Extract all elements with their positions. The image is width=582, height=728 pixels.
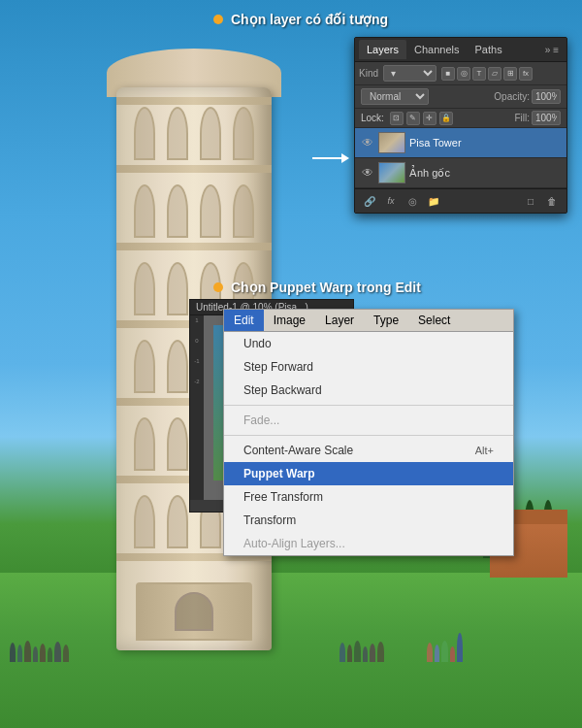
- layers-bottom-bar: 🔗 fx ◎ 📁 □ 🗑: [355, 188, 566, 213]
- menu-item-step-backward[interactable]: Step Backward: [224, 379, 513, 402]
- opacity-input[interactable]: [532, 89, 561, 104]
- menu-item-transform[interactable]: Transform: [224, 509, 513, 532]
- layer-pointer-arrow: [312, 153, 349, 163]
- tab-layers[interactable]: Layers: [359, 40, 406, 59]
- lock-fill-row: Lock: ⊡ ✎ ✛ 🔒 Fill:: [355, 109, 566, 128]
- link-layers-icon[interactable]: 🔗: [361, 193, 378, 209]
- tab-paths[interactable]: Paths: [468, 40, 510, 59]
- menu-item-step-forward[interactable]: Step Forward: [224, 355, 513, 379]
- menu-item-transform-label: Transform: [243, 513, 296, 527]
- menubar-layer[interactable]: Layer: [315, 310, 364, 331]
- menu-item-fade: Fade...: [224, 409, 513, 432]
- menu-item-puppet-warp[interactable]: Puppet Warp: [224, 462, 513, 485]
- annotation-dot-1: [213, 15, 223, 24]
- kind-pixel-icon[interactable]: ■: [441, 67, 455, 81]
- menu-item-free-transform[interactable]: Free Transform: [224, 485, 513, 509]
- menu-item-fade-label: Fade...: [243, 414, 279, 427]
- kind-effect-icon[interactable]: fx: [519, 67, 533, 81]
- fill-input[interactable]: [532, 111, 561, 125]
- eye-icon-pisa[interactable]: 👁: [361, 136, 374, 149]
- annotation-text-2: Chọn Puppet Warp trong Edit: [231, 280, 421, 295]
- menu-item-content-aware[interactable]: Content-Aware Scale Alt+: [224, 439, 513, 462]
- menu-item-undo[interactable]: Undo: [224, 332, 513, 355]
- lock-image-icon[interactable]: ✎: [406, 112, 420, 125]
- menu-item-content-aware-label: Content-Aware Scale: [243, 444, 353, 457]
- menubar-select[interactable]: Select: [408, 310, 460, 331]
- arrow-head: [341, 153, 349, 163]
- lock-all-icon[interactable]: 🔒: [439, 112, 453, 125]
- menu-bar: Edit Image Layer Type Select: [224, 310, 513, 332]
- menubar-image[interactable]: Image: [264, 310, 315, 331]
- blend-opacity-row: Normal Opacity:: [355, 85, 566, 109]
- delete-layer-icon[interactable]: 🗑: [543, 193, 561, 209]
- lock-transparent-icon[interactable]: ⊡: [390, 112, 404, 125]
- crowd-silhouettes: [0, 604, 582, 662]
- new-group-icon[interactable]: 📁: [425, 193, 442, 209]
- kind-text-icon[interactable]: T: [472, 67, 486, 81]
- annotation-step1: Chọn layer có đối tượng: [213, 12, 388, 27]
- lock-icons: ⊡ ✎ ✛ 🔒: [390, 112, 453, 125]
- layer-thumb-pisa: [378, 132, 405, 153]
- blend-mode-select[interactable]: Normal: [361, 88, 429, 105]
- menu-separator-1: [224, 405, 513, 406]
- layers-panel: Layers Channels Paths » ≡ Kind ▾ ■ ◎ T ▱…: [354, 37, 567, 214]
- tabs-more-button[interactable]: » ≡: [541, 43, 563, 57]
- layer-thumb-orig: [378, 162, 405, 183]
- menu-separator-2: [224, 435, 513, 436]
- kind-label: Kind: [359, 68, 378, 79]
- layer-name-pisa: Pisa Tower: [409, 137, 561, 149]
- fill-control: Fill:: [514, 111, 561, 125]
- layer-item-orig[interactable]: 👁 Ảnh gốc: [355, 158, 566, 188]
- new-layer-icon[interactable]: □: [522, 193, 539, 209]
- menubar-type[interactable]: Type: [364, 310, 408, 331]
- layer-item-pisa[interactable]: 👁 Pisa Tower: [355, 128, 566, 158]
- menu-item-content-aware-shortcut: Alt+: [475, 445, 494, 456]
- opacity-control: Opacity:: [494, 89, 561, 104]
- kind-select[interactable]: ▾: [383, 65, 436, 82]
- layer-name-orig: Ảnh gốc: [409, 167, 561, 180]
- layers-search-row: Kind ▾ ■ ◎ T ▱ ⊞ fx: [355, 62, 566, 85]
- kind-smart-icon[interactable]: ⊞: [503, 67, 517, 81]
- menu-item-auto-align: Auto-Align Layers...: [224, 532, 513, 555]
- ruler-vertical: 1 0 -1 -2: [190, 315, 204, 500]
- lock-label: Lock:: [361, 113, 384, 123]
- menu-item-free-transform-label: Free Transform: [243, 490, 323, 504]
- arrow-line: [312, 157, 341, 159]
- annotation-dot-2: [213, 282, 223, 292]
- tab-channels[interactable]: Channels: [406, 40, 467, 59]
- opacity-label: Opacity:: [494, 91, 530, 102]
- menu-item-step-backward-label: Step Backward: [243, 383, 322, 397]
- eye-icon-orig[interactable]: 👁: [361, 166, 374, 180]
- kind-adjust-icon[interactable]: ◎: [457, 67, 470, 81]
- layers-tabs: Layers Channels Paths » ≡: [355, 38, 566, 62]
- lock-position-icon[interactable]: ✛: [423, 112, 436, 125]
- menu-item-undo-label: Undo: [243, 337, 272, 350]
- menu-item-step-forward-label: Step Forward: [243, 360, 313, 374]
- fill-label: Fill:: [514, 113, 530, 123]
- annotation-step2: Chọn Puppet Warp trong Edit: [213, 280, 421, 295]
- kind-shape-icon[interactable]: ▱: [488, 67, 501, 81]
- kind-icons: ■ ◎ T ▱ ⊞ fx: [441, 67, 533, 81]
- edit-menu: Edit Image Layer Type Select Undo Step F…: [223, 309, 514, 556]
- menu-item-auto-align-label: Auto-Align Layers...: [243, 537, 345, 550]
- new-fill-icon[interactable]: ◎: [404, 193, 421, 209]
- annotation-text-1: Chọn layer có đối tượng: [231, 12, 388, 27]
- menu-item-puppet-warp-label: Puppet Warp: [243, 467, 315, 480]
- menubar-edit[interactable]: Edit: [224, 310, 264, 331]
- fx-icon[interactable]: fx: [382, 193, 400, 209]
